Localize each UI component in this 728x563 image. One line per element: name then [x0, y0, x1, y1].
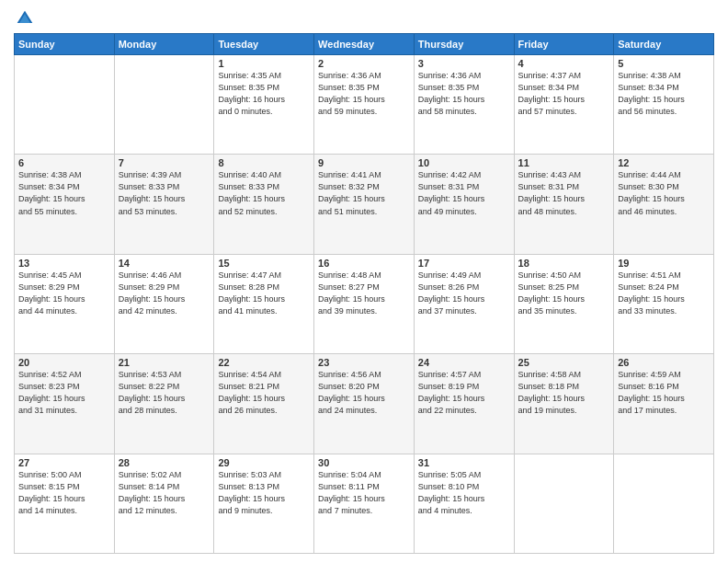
day-detail: Sunrise: 4:38 AM Sunset: 8:34 PM Dayligh…: [18, 169, 110, 217]
day-detail: Sunrise: 4:51 AM Sunset: 8:24 PM Dayligh…: [618, 270, 710, 317]
header-row: SundayMondayTuesdayWednesdayThursdayFrid…: [15, 34, 714, 55]
calendar-cell: 4Sunrise: 4:37 AM Sunset: 8:34 PM Daylig…: [514, 55, 614, 155]
day-number: 6: [18, 157, 110, 168]
day-detail: Sunrise: 4:57 AM Sunset: 8:19 PM Dayligh…: [418, 369, 510, 417]
day-header-wednesday: Wednesday: [314, 34, 415, 55]
calendar-cell: 17Sunrise: 4:49 AM Sunset: 8:26 PM Dayli…: [414, 254, 514, 353]
week-row-1: 6Sunrise: 4:38 AM Sunset: 8:34 PM Daylig…: [15, 155, 714, 254]
day-detail: Sunrise: 5:03 AM Sunset: 8:13 PM Dayligh…: [218, 469, 310, 517]
day-number: 10: [418, 157, 510, 168]
calendar-cell: [614, 454, 714, 553]
day-detail: Sunrise: 4:41 AM Sunset: 8:32 PM Dayligh…: [318, 169, 410, 217]
calendar-cell: 30Sunrise: 5:04 AM Sunset: 8:11 PM Dayli…: [314, 454, 415, 553]
day-number: 1: [218, 58, 310, 69]
calendar-cell: 21Sunrise: 4:53 AM Sunset: 8:22 PM Dayli…: [114, 354, 214, 454]
day-number: 16: [318, 258, 410, 269]
logo-icon: [16, 9, 34, 28]
page: SundayMondayTuesdayWednesdayThursdayFrid…: [0, 0, 728, 563]
day-number: 5: [618, 58, 710, 69]
week-row-0: 1Sunrise: 4:35 AM Sunset: 8:35 PM Daylig…: [15, 55, 714, 155]
calendar-cell: 1Sunrise: 4:35 AM Sunset: 8:35 PM Daylig…: [214, 55, 314, 155]
day-number: 26: [618, 357, 710, 368]
calendar-cell: 25Sunrise: 4:58 AM Sunset: 8:18 PM Dayli…: [514, 354, 614, 454]
day-header-thursday: Thursday: [414, 34, 514, 55]
day-detail: Sunrise: 4:54 AM Sunset: 8:21 PM Dayligh…: [218, 369, 310, 417]
day-detail: Sunrise: 4:59 AM Sunset: 8:16 PM Dayligh…: [618, 369, 710, 417]
day-header-monday: Monday: [114, 34, 214, 55]
day-detail: Sunrise: 4:40 AM Sunset: 8:33 PM Dayligh…: [218, 169, 310, 217]
calendar-cell: 3Sunrise: 4:36 AM Sunset: 8:35 PM Daylig…: [414, 55, 514, 155]
day-number: 23: [318, 357, 410, 368]
day-header-sunday: Sunday: [15, 34, 115, 55]
calendar-cell: [114, 55, 214, 155]
day-number: 28: [119, 457, 210, 468]
calendar-cell: 12Sunrise: 4:44 AM Sunset: 8:30 PM Dayli…: [614, 155, 714, 254]
calendar-cell: [514, 454, 614, 553]
day-number: 4: [518, 58, 610, 69]
calendar-cell: 27Sunrise: 5:00 AM Sunset: 8:15 PM Dayli…: [15, 454, 115, 553]
week-row-2: 13Sunrise: 4:45 AM Sunset: 8:29 PM Dayli…: [15, 254, 714, 353]
day-detail: Sunrise: 4:47 AM Sunset: 8:28 PM Dayligh…: [218, 270, 310, 317]
calendar-header: SundayMondayTuesdayWednesdayThursdayFrid…: [15, 34, 714, 55]
day-header-friday: Friday: [514, 34, 614, 55]
day-detail: Sunrise: 4:38 AM Sunset: 8:34 PM Dayligh…: [618, 70, 710, 118]
day-detail: Sunrise: 4:44 AM Sunset: 8:30 PM Dayligh…: [618, 169, 710, 217]
header: [14, 9, 714, 28]
day-detail: Sunrise: 4:46 AM Sunset: 8:29 PM Dayligh…: [119, 270, 210, 317]
calendar-table: SundayMondayTuesdayWednesdayThursdayFrid…: [14, 33, 714, 554]
day-detail: Sunrise: 4:52 AM Sunset: 8:23 PM Dayligh…: [18, 369, 110, 417]
day-number: 27: [18, 457, 110, 468]
day-number: 11: [518, 157, 610, 168]
calendar-cell: 29Sunrise: 5:03 AM Sunset: 8:13 PM Dayli…: [214, 454, 314, 553]
calendar-cell: 6Sunrise: 4:38 AM Sunset: 8:34 PM Daylig…: [15, 155, 115, 254]
calendar-cell: 24Sunrise: 4:57 AM Sunset: 8:19 PM Dayli…: [414, 354, 514, 454]
day-number: 18: [518, 258, 610, 269]
calendar-cell: 14Sunrise: 4:46 AM Sunset: 8:29 PM Dayli…: [114, 254, 214, 353]
calendar-cell: 16Sunrise: 4:48 AM Sunset: 8:27 PM Dayli…: [314, 254, 415, 353]
day-detail: Sunrise: 4:50 AM Sunset: 8:25 PM Dayligh…: [518, 270, 610, 317]
calendar-body: 1Sunrise: 4:35 AM Sunset: 8:35 PM Daylig…: [15, 55, 714, 554]
calendar-cell: 26Sunrise: 4:59 AM Sunset: 8:16 PM Dayli…: [614, 354, 714, 454]
calendar-cell: 10Sunrise: 4:42 AM Sunset: 8:31 PM Dayli…: [414, 155, 514, 254]
day-number: 25: [518, 357, 610, 368]
calendar-cell: 8Sunrise: 4:40 AM Sunset: 8:33 PM Daylig…: [214, 155, 314, 254]
day-detail: Sunrise: 4:45 AM Sunset: 8:29 PM Dayligh…: [18, 270, 110, 317]
day-detail: Sunrise: 4:58 AM Sunset: 8:18 PM Dayligh…: [518, 369, 610, 417]
day-number: 13: [18, 258, 110, 269]
day-number: 19: [618, 258, 710, 269]
week-row-4: 27Sunrise: 5:00 AM Sunset: 8:15 PM Dayli…: [15, 454, 714, 553]
calendar-cell: 18Sunrise: 4:50 AM Sunset: 8:25 PM Dayli…: [514, 254, 614, 353]
day-number: 8: [218, 157, 310, 168]
day-detail: Sunrise: 4:36 AM Sunset: 8:35 PM Dayligh…: [418, 70, 510, 118]
day-number: 12: [618, 157, 710, 168]
calendar-cell: 20Sunrise: 4:52 AM Sunset: 8:23 PM Dayli…: [15, 354, 115, 454]
day-number: 30: [318, 457, 410, 468]
calendar-cell: 28Sunrise: 5:02 AM Sunset: 8:14 PM Dayli…: [114, 454, 214, 553]
day-detail: Sunrise: 4:43 AM Sunset: 8:31 PM Dayligh…: [518, 169, 610, 217]
week-row-3: 20Sunrise: 4:52 AM Sunset: 8:23 PM Dayli…: [15, 354, 714, 454]
calendar-cell: 23Sunrise: 4:56 AM Sunset: 8:20 PM Dayli…: [314, 354, 415, 454]
day-detail: Sunrise: 4:42 AM Sunset: 8:31 PM Dayligh…: [418, 169, 510, 217]
day-detail: Sunrise: 4:49 AM Sunset: 8:26 PM Dayligh…: [418, 270, 510, 317]
calendar-cell: 9Sunrise: 4:41 AM Sunset: 8:32 PM Daylig…: [314, 155, 415, 254]
day-number: 31: [418, 457, 510, 468]
day-detail: Sunrise: 4:37 AM Sunset: 8:34 PM Dayligh…: [518, 70, 610, 118]
day-number: 2: [318, 58, 410, 69]
day-detail: Sunrise: 4:53 AM Sunset: 8:22 PM Dayligh…: [119, 369, 210, 417]
day-detail: Sunrise: 5:04 AM Sunset: 8:11 PM Dayligh…: [318, 469, 410, 517]
calendar-cell: 15Sunrise: 4:47 AM Sunset: 8:28 PM Dayli…: [214, 254, 314, 353]
day-detail: Sunrise: 4:36 AM Sunset: 8:35 PM Dayligh…: [318, 70, 410, 118]
day-number: 9: [318, 157, 410, 168]
day-number: 15: [218, 258, 310, 269]
day-number: 7: [119, 157, 210, 168]
day-number: 14: [119, 258, 210, 269]
calendar-cell: 22Sunrise: 4:54 AM Sunset: 8:21 PM Dayli…: [214, 354, 314, 454]
day-detail: Sunrise: 5:05 AM Sunset: 8:10 PM Dayligh…: [418, 469, 510, 517]
day-number: 29: [218, 457, 310, 468]
calendar-cell: 13Sunrise: 4:45 AM Sunset: 8:29 PM Dayli…: [15, 254, 115, 353]
day-number: 17: [418, 258, 510, 269]
day-detail: Sunrise: 4:48 AM Sunset: 8:27 PM Dayligh…: [318, 270, 410, 317]
day-detail: Sunrise: 4:56 AM Sunset: 8:20 PM Dayligh…: [318, 369, 410, 417]
day-number: 20: [18, 357, 110, 368]
calendar-cell: [15, 55, 115, 155]
